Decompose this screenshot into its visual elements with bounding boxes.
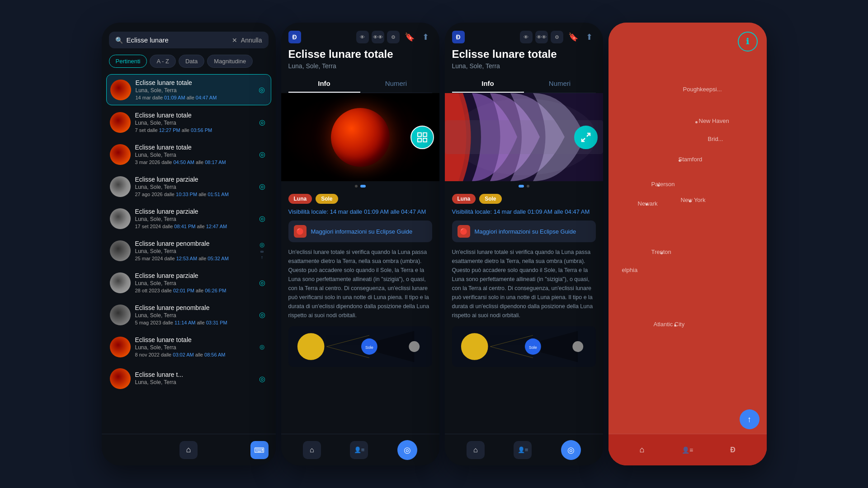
- list-item[interactable]: Eclisse lunare parziale Luna, Sole, Terr…: [106, 203, 271, 234]
- eclipse-bodies: Luna, Sole, Terra: [135, 344, 257, 351]
- eclipse-thumbnail: [110, 337, 131, 357]
- tag-row: Luna Sole: [445, 191, 603, 206]
- keyboard-button[interactable]: ⌨: [250, 441, 269, 459]
- bookmark-button[interactable]: 🔖: [403, 31, 416, 43]
- list-item[interactable]: Eclisse lunare penombrale Luna, Sole, Te…: [106, 235, 271, 266]
- list-item[interactable]: Eclisse lunare totale Luna, Sole, Terra …: [106, 332, 271, 362]
- bottom-nav: ⌂ 👤≡ ◎: [281, 434, 439, 465]
- svg-text:Sole: Sole: [528, 345, 537, 350]
- tag-sole[interactable]: Sole: [316, 194, 338, 204]
- cancel-button[interactable]: Annulla: [241, 37, 262, 44]
- city-label: Paterson: [651, 181, 675, 188]
- share-icon: ⬆: [586, 32, 593, 42]
- visibility-icon: ◎: [257, 310, 268, 320]
- diagram-svg: Sole: [452, 326, 596, 367]
- tag-luna[interactable]: Luna: [288, 194, 312, 204]
- nav-person-button[interactable]: 👤≡: [350, 441, 368, 459]
- search-bar[interactable]: 🔍 Eclisse lunare ✕ Annulla: [109, 32, 269, 48]
- detail-header: Ð 👁 👁👁 ⚙ 🔖 ⬆: [445, 23, 603, 48]
- eclipse-thumbnail: [110, 305, 131, 325]
- app-logo: Ð: [288, 31, 301, 43]
- detail-subtitle: Luna, Sole, Terra: [281, 62, 439, 75]
- city-label: elphia: [622, 267, 638, 273]
- tab-numeri[interactable]: Numeri: [360, 75, 432, 93]
- view-icon-btn-1[interactable]: 👁: [356, 31, 369, 43]
- eclipse-item-info: Eclisse lunare parziale Luna, Sole, Terr…: [135, 208, 257, 229]
- view-icon-btn-2[interactable]: 👁👁: [372, 31, 384, 43]
- eclipse-item-info: Eclisse lunare parziale Luna, Sole, Terr…: [135, 176, 257, 197]
- description-text: Un'eclissi lunare totale si verifica qua…: [445, 246, 603, 322]
- nav-home-button[interactable]: ⌂: [303, 441, 321, 459]
- city-label: Stamford: [679, 156, 703, 163]
- eclipse-date: 17 set 2024 dalle 08:41 PM alle 12:47 AM: [135, 224, 257, 229]
- list-item[interactable]: Eclisse lunare t... Luna, Sole, Terra ◎: [106, 364, 271, 425]
- list-item[interactable]: Eclisse lunare totale Luna, Sole, Terra …: [106, 139, 271, 169]
- tag-sole[interactable]: Sole: [479, 194, 501, 204]
- nav-locate-button[interactable]: ◎: [561, 440, 581, 460]
- list-item[interactable]: Eclisse lunare totale Luna, Sole, Terra …: [106, 107, 271, 137]
- clear-icon[interactable]: ✕: [232, 37, 237, 44]
- svg-rect-2: [418, 138, 421, 142]
- map-background: Poughkeepsi... New Haven Brid... Stamfor…: [609, 23, 767, 465]
- eclipse-thumbnail: [110, 272, 131, 293]
- view-icon-btn-1[interactable]: 👁: [520, 31, 533, 43]
- list-item[interactable]: Eclisse lunare penombrale Luna, Sole, Te…: [106, 300, 271, 330]
- visibility-icon: ◎: [257, 181, 268, 192]
- tab-info[interactable]: Info: [288, 75, 360, 93]
- eclipse-thumbnail: [110, 144, 131, 165]
- eclipse-guide-banner[interactable]: 🔴 Maggiori informazioni su Eclipse Guide: [452, 221, 596, 242]
- share-up-icon: ↑: [747, 415, 751, 424]
- filter-tab-magnitudine[interactable]: Magnitudine: [207, 55, 253, 68]
- eclipse-image: [281, 93, 439, 181]
- nav-person-button[interactable]: 👤≡: [514, 441, 532, 459]
- tag-luna[interactable]: Luna: [452, 194, 476, 204]
- detail-subtitle: Luna, Sole, Terra: [445, 62, 603, 75]
- search-input[interactable]: Eclisse lunare: [127, 36, 228, 44]
- view-icon-btn-2[interactable]: 👁👁: [535, 31, 548, 43]
- map-dot: [689, 200, 691, 202]
- map-nav-logo[interactable]: Ð: [724, 441, 742, 459]
- eclipse-thumbnail: [110, 176, 131, 197]
- eclipse-bodies: Luna, Sole, Terra: [135, 152, 257, 158]
- tab-numeri[interactable]: Numeri: [524, 75, 596, 93]
- eclipse-guide-banner[interactable]: 🔴 Maggiori informazioni su Eclipse Guide: [288, 221, 432, 242]
- dot-1: [355, 185, 358, 188]
- visibility-text: Visibilità locale: 14 mar dalle 01:09 AM…: [281, 206, 439, 219]
- visibility-icon: ◎: [257, 277, 268, 288]
- share-button[interactable]: ⬆: [583, 31, 596, 43]
- visibility-icon-multi: ◎ ∞ ↑: [257, 245, 268, 256]
- nav-home-button[interactable]: ⌂: [467, 441, 485, 459]
- map-dot: [646, 203, 648, 206]
- settings-icon-btn[interactable]: ⚙: [387, 31, 400, 43]
- eclipse-date: 7 set dalle 12:27 PM alle 03:56 PM: [135, 127, 257, 133]
- map-nav-home[interactable]: ⌂: [633, 441, 651, 459]
- eclipse-name: Eclisse lunare totale: [135, 144, 257, 151]
- filter-tab-az[interactable]: A - Z: [150, 55, 175, 68]
- filter-tab-data[interactable]: Data: [179, 55, 204, 68]
- list-item[interactable]: Eclisse lunare parziale Luna, Sole, Terr…: [106, 267, 271, 298]
- eclipse-thumbnail: [110, 240, 131, 261]
- filter-tab-pertinenti[interactable]: Pertinenti: [109, 55, 147, 68]
- fullscreen-button[interactable]: [574, 126, 598, 149]
- visibility-icon: ◎: [257, 373, 268, 384]
- list-item[interactable]: Eclisse lunare parziale Luna, Sole, Terr…: [106, 171, 271, 202]
- nav-locate-button[interactable]: ◎: [397, 440, 417, 460]
- share-button[interactable]: ⬆: [420, 31, 432, 43]
- svg-rect-1: [423, 133, 427, 136]
- city-label: New Haven: [699, 117, 729, 124]
- list-item[interactable]: Eclisse lunare totale Luna, Sole, Terra …: [106, 74, 271, 105]
- eclipse-item-info: Eclisse lunare t... Luna, Sole, Terra: [135, 371, 257, 387]
- grid-overlay-button[interactable]: [410, 126, 434, 149]
- tag-row: Luna Sole: [281, 191, 439, 206]
- settings-icon-btn[interactable]: ⚙: [551, 31, 563, 43]
- home-button[interactable]: ⌂: [179, 441, 198, 459]
- share-button[interactable]: ↑: [740, 409, 760, 429]
- bookmark-button[interactable]: 🔖: [567, 31, 580, 43]
- eclipse-date: 3 mar 2026 dalle 04:50 AM alle 08:17 AM: [135, 160, 257, 165]
- dot-1: [519, 185, 524, 188]
- visibility-text: Visibilità locale: 14 mar dalle 01:09 AM…: [445, 206, 603, 219]
- map-nav-person[interactable]: 👤≡: [678, 441, 696, 459]
- tab-info[interactable]: Info: [452, 75, 524, 93]
- info-button[interactable]: ℹ: [738, 32, 758, 52]
- guide-text: Maggiori informazioni su Eclipse Guide: [475, 228, 576, 235]
